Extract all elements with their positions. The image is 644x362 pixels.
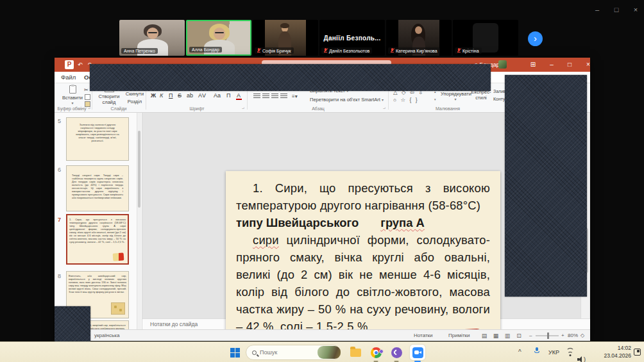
underline-button[interactable]: П bbox=[169, 92, 173, 99]
align-left-icon[interactable] bbox=[253, 94, 260, 99]
ppt-minimize-button[interactable]: – bbox=[543, 58, 560, 72]
participant-tile-daniil[interactable]: Даніїл Безполь... Даніїл Безпольотов bbox=[319, 20, 385, 56]
cheese-image[interactable] bbox=[426, 329, 485, 329]
participant-name: Катерина Кир'янова bbox=[396, 49, 437, 53]
shapes-gallery-row2[interactable]: ○ ☆ { } bbox=[393, 97, 419, 103]
italic-button[interactable]: К bbox=[160, 92, 163, 99]
participant-tile-alla-active-speaker[interactable]: Алла Бондар bbox=[186, 20, 251, 56]
folder-icon bbox=[350, 349, 361, 357]
tray-date: 23.04.2026 bbox=[602, 352, 631, 359]
cut-icon[interactable]: ✂ bbox=[84, 87, 89, 93]
thumb-number: 8 bbox=[58, 273, 61, 279]
paste-button[interactable]: Вставити ▾ bbox=[60, 85, 85, 105]
font-color-bar bbox=[236, 99, 242, 100]
paragraph-dialog-launcher-icon[interactable]: ⌐ bbox=[383, 106, 386, 111]
zoom-maximize-button[interactable]: □ bbox=[609, 4, 623, 15]
zoom-app-button[interactable] bbox=[408, 342, 427, 362]
taskbar-search[interactable] bbox=[246, 345, 341, 360]
zoom-level[interactable]: 80% bbox=[568, 333, 578, 338]
zoom-minimize-button[interactable]: – bbox=[590, 4, 604, 15]
language-switcher[interactable]: УКР bbox=[548, 342, 559, 362]
viber-icon bbox=[391, 347, 402, 358]
strikethrough-button[interactable]: S bbox=[178, 92, 182, 99]
ribbon-display-options-icon[interactable]: ⊞ bbox=[525, 58, 541, 72]
reading-view-icon[interactable]: ▥ bbox=[502, 331, 513, 340]
windows-logo-icon bbox=[230, 348, 240, 358]
participant-name: Крістіна bbox=[462, 49, 479, 53]
highlight-pen-button[interactable]: П bbox=[226, 92, 230, 99]
comments-toggle-button[interactable]: Примітки bbox=[448, 333, 470, 338]
ppt-close-button[interactable]: × bbox=[580, 58, 597, 72]
slide-paragraph-2: сири циліндричної форми, солодкувато-пря… bbox=[236, 231, 490, 329]
normal-view-icon[interactable]: ▤ bbox=[479, 331, 489, 340]
section-button[interactable]: Розділ bbox=[125, 99, 144, 104]
cheese-photo-thumbnail bbox=[111, 302, 125, 315]
align-center-icon[interactable] bbox=[262, 94, 269, 99]
participant-tile-anna[interactable]: Анна Петренко bbox=[119, 20, 185, 56]
search-input[interactable] bbox=[260, 349, 314, 356]
zoom-close-button[interactable]: × bbox=[629, 4, 643, 15]
ppt-status-bar: українська Нотатки Примітки ▤ ▦ ▥ ⊡ – + … bbox=[55, 329, 590, 341]
align-right-icon[interactable] bbox=[271, 94, 278, 99]
tray-time: 14:02 bbox=[602, 344, 631, 352]
bold-button[interactable]: Ж bbox=[151, 92, 156, 99]
tab-file[interactable]: Файл bbox=[58, 72, 78, 83]
clipboard-dialog-launcher-icon[interactable]: ⌐ bbox=[88, 106, 90, 111]
undo-icon[interactable]: ↶ bbox=[78, 58, 83, 72]
muted-mic-icon bbox=[324, 48, 327, 53]
font-group-label: Шрифт bbox=[148, 106, 246, 111]
text-shadow-button[interactable]: ab bbox=[187, 92, 193, 99]
convert-to-smartart-button[interactable]: Перетворити на об'єкт SmartArt ▾ bbox=[310, 97, 384, 103]
account-avatar[interactable] bbox=[498, 60, 507, 69]
slide-paragraph-1: 1. Сири, що пресуються з високою темпера… bbox=[236, 179, 490, 214]
justify-icon[interactable] bbox=[280, 94, 287, 99]
participant-tile-kateryna[interactable]: Катерина Кир'янова bbox=[386, 20, 452, 56]
reset-button[interactable]: Скинути bbox=[125, 91, 144, 97]
viber-button[interactable] bbox=[387, 342, 405, 362]
search-highlight-image bbox=[318, 346, 341, 359]
change-case-button[interactable]: Аа bbox=[214, 92, 221, 99]
redaction-overlay-right bbox=[505, 75, 587, 297]
thumb-number-selected: 7 bbox=[58, 217, 61, 223]
zoom-out-button[interactable]: – bbox=[529, 333, 532, 338]
next-participants-button[interactable]: › bbox=[528, 31, 543, 46]
slides-group-label: Слайди bbox=[93, 106, 144, 111]
shapes-scroll-down-icon[interactable]: ▾ bbox=[434, 97, 436, 101]
drawing-group-label: Малювання bbox=[391, 106, 505, 111]
copy-icon[interactable] bbox=[85, 94, 90, 100]
font-dialog-launcher-icon[interactable]: ⌐ bbox=[242, 106, 244, 111]
hidden-icons-chevron[interactable]: ^ bbox=[518, 342, 521, 362]
notes-placeholder: Нотатки до слайда bbox=[150, 321, 198, 327]
notification-center-icon[interactable] bbox=[634, 349, 641, 356]
slide-thumbnail-7-selected[interactable]: 1. Сири, що пресуються з високою темпера… bbox=[66, 214, 129, 265]
arrange-button[interactable]: Упорядкувати ▾ bbox=[441, 91, 470, 101]
line-spacing-icon[interactable]: ≡▾ bbox=[292, 94, 298, 99]
slide-canvas[interactable]: 1. Сири, що пресуються з високою темпера… bbox=[226, 171, 500, 329]
thumbnails-scrollbar[interactable] bbox=[137, 113, 141, 329]
chrome-icon bbox=[371, 347, 382, 358]
language-indicator[interactable]: українська bbox=[94, 333, 119, 338]
start-button[interactable] bbox=[226, 342, 244, 362]
speaker-icon[interactable]: ) bbox=[577, 356, 586, 362]
zoom-in-button[interactable]: + bbox=[561, 333, 564, 338]
chrome-button[interactable] bbox=[367, 342, 385, 362]
character-spacing-button[interactable]: АV bbox=[198, 92, 206, 99]
tray-microphone-icon[interactable] bbox=[534, 347, 539, 354]
font-color-button[interactable]: А bbox=[237, 92, 241, 99]
participant-tile-sofiia[interactable]: Софія Бричук bbox=[253, 20, 318, 56]
ppt-restore-button[interactable]: □ bbox=[561, 58, 578, 72]
file-explorer-button[interactable] bbox=[346, 342, 364, 362]
participant-name: Алла Бондар bbox=[192, 47, 219, 52]
slide-thumbnail-6[interactable]: Тверді сичужні сири. Тверді сири – найбі… bbox=[66, 165, 129, 211]
clock[interactable]: 14:02 23.04.2026 bbox=[602, 344, 631, 359]
wifi-icon[interactable] bbox=[566, 349, 575, 356]
zoom-slider-thumb[interactable] bbox=[547, 333, 549, 339]
slide-thumbnail-5[interactable]: Залежно від наявності другого нагрівання… bbox=[66, 117, 129, 161]
notes-toggle-button[interactable]: Нотатки bbox=[414, 333, 433, 338]
slide-sorter-view-icon[interactable]: ▦ bbox=[491, 331, 501, 340]
slideshow-view-icon[interactable]: ⊡ bbox=[514, 331, 524, 340]
participant-tile-kristina[interactable]: Крістіна bbox=[453, 20, 518, 56]
participant-name: Даніїл Безпольотов bbox=[329, 49, 369, 53]
fit-slide-to-window-icon[interactable]: ◇ bbox=[580, 333, 584, 338]
search-icon bbox=[252, 350, 257, 355]
